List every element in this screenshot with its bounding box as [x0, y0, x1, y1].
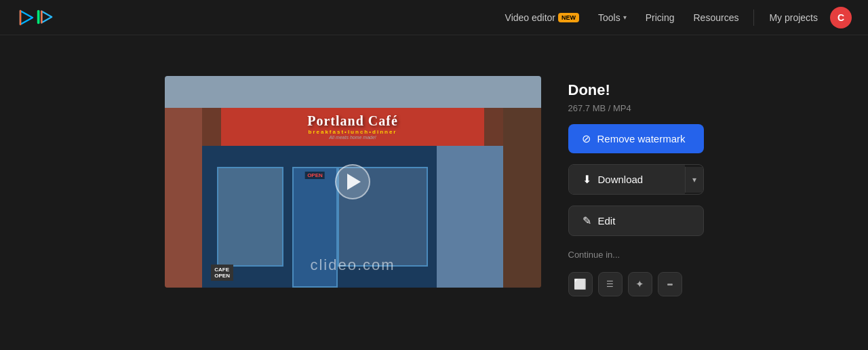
resize-icon: ⬜ — [574, 278, 587, 290]
edit-label: Edit — [598, 215, 616, 227]
remove-watermark-button[interactable]: ⊘ Remove watermark — [568, 124, 704, 153]
sign-title: Portland Café — [307, 113, 398, 129]
clideo-logo[interactable] — [35, 7, 54, 26]
navbar: Video editor NEW Tools ▾ Pricing Resourc… — [0, 0, 868, 35]
right-panel: Done! 267.7 MB / MP4 ⊘ Remove watermark … — [568, 76, 704, 296]
continue-more-button[interactable]: ••• — [658, 272, 682, 296]
edit-icon: ✎ — [583, 214, 591, 227]
download-options-button[interactable]: ▾ — [685, 167, 703, 193]
cafe-open-sign: CAFEOPEN — [211, 265, 233, 281]
file-sep: / — [608, 103, 611, 113]
logo-area — [16, 8, 54, 27]
new-badge: NEW — [558, 13, 579, 22]
svg-marker-0 — [20, 11, 33, 24]
download-label: Download — [598, 174, 644, 185]
right-section — [437, 146, 503, 288]
download-button-wrapper: ⬇ Download ▾ — [568, 164, 704, 195]
nav-video-editor[interactable]: Video editor NEW — [498, 8, 586, 27]
nav-video-editor-label: Video editor — [505, 12, 555, 23]
sign-subtitle: breakfast•lunch•dinner — [309, 129, 397, 135]
file-format: MP4 — [613, 103, 631, 113]
subtitle-icon: ☰ — [606, 279, 614, 289]
nav-resources-label: Resources — [694, 12, 739, 23]
nav-tools-label: Tools — [598, 12, 620, 23]
user-avatar[interactable]: C — [830, 7, 852, 28]
nav-resources[interactable]: Resources — [687, 8, 746, 27]
continue-sparkle-button[interactable]: ✦ — [628, 272, 652, 296]
shop-window-left — [217, 167, 283, 266]
more-icon: ••• — [667, 281, 673, 288]
play-triangle-icon — [347, 174, 361, 190]
right-wall — [503, 108, 541, 288]
tools-chevron-icon: ▾ — [623, 14, 627, 21]
nav-pricing-label: Pricing — [646, 12, 675, 23]
file-size: 267.7 MB — [568, 103, 606, 113]
svg-marker-2 — [41, 11, 52, 22]
chevron-down-icon: ▾ — [692, 175, 696, 184]
download-button[interactable]: ⬇ Download — [569, 165, 685, 194]
edit-button[interactable]: ✎ Edit — [568, 206, 704, 236]
nav-divider — [753, 9, 754, 26]
no-watermark-icon: ⊘ — [582, 132, 591, 145]
nav-tools[interactable]: Tools ▾ — [591, 8, 633, 27]
clideo-logo-icon[interactable] — [16, 8, 35, 27]
done-title: Done! — [568, 81, 704, 99]
continue-icons: ⬜ ☰ ✦ ••• — [568, 272, 704, 296]
continue-label: Continue in... — [568, 250, 704, 260]
download-icon: ⬇ — [583, 173, 591, 186]
nav-pricing[interactable]: Pricing — [639, 8, 682, 27]
svg-rect-1 — [37, 9, 40, 24]
my-projects-link[interactable]: My projects — [762, 8, 825, 27]
cafe-sign: Portland Café breakfast•lunch•dinner All… — [221, 108, 485, 146]
main-content: Portland Café breakfast•lunch•dinner All… — [0, 35, 868, 350]
continue-resize-button[interactable]: ⬜ — [568, 272, 593, 296]
video-player[interactable]: Portland Café breakfast•lunch•dinner All… — [165, 76, 541, 288]
shop-door: OPEN — [292, 167, 338, 288]
remove-watermark-label: Remove watermark — [597, 133, 686, 144]
avatar-letter: C — [837, 12, 844, 23]
navbar-right: Video editor NEW Tools ▾ Pricing Resourc… — [498, 7, 852, 28]
my-projects-label: My projects — [769, 12, 818, 23]
continue-subtitle-button[interactable]: ☰ — [598, 272, 623, 296]
left-wall — [165, 108, 203, 288]
file-info: 267.7 MB / MP4 — [568, 103, 704, 113]
sign-tagline: All meats home made! — [329, 135, 376, 140]
play-button[interactable] — [335, 164, 370, 199]
sparkle-icon: ✦ — [635, 278, 644, 290]
